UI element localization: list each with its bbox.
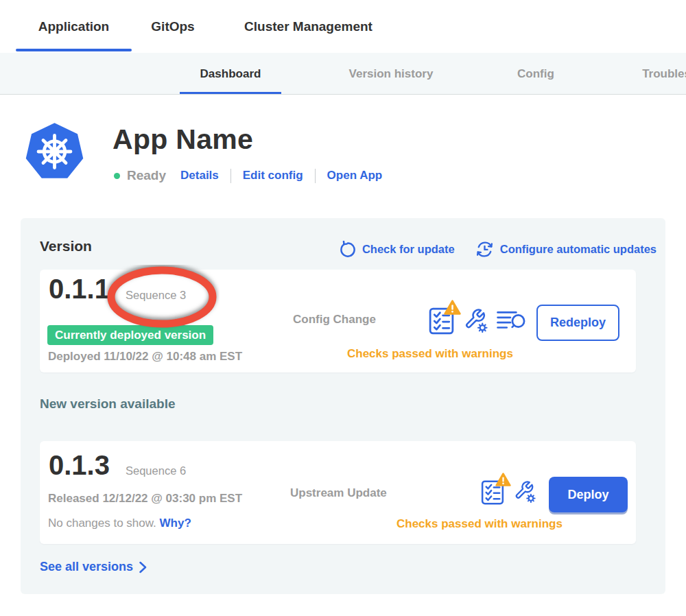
currently-deployed-badge: Currently deployed version bbox=[47, 325, 213, 345]
checks-status-current: Checks passed with warnings bbox=[347, 347, 513, 361]
change-type-label: Config Change bbox=[293, 313, 376, 327]
why-link[interactable]: Why? bbox=[160, 517, 191, 530]
new-version-heading: New version available bbox=[40, 396, 176, 412]
released-timestamp: Released 12/12/22 @ 03:30 pm EST bbox=[48, 492, 242, 506]
edit-config-link[interactable]: Edit config bbox=[243, 169, 303, 182]
current-version-sequence: Sequence 3 bbox=[126, 289, 186, 302]
new-version-card: 0.1.3 Sequence 6 Released 12/12/22 @ 03:… bbox=[40, 441, 636, 544]
schedule-update-icon bbox=[475, 240, 494, 259]
tab-troubleshoot[interactable]: Troubleshoot bbox=[617, 53, 686, 95]
top-nav: Application GitOps Cluster Management bbox=[0, 0, 686, 53]
divider bbox=[230, 169, 231, 183]
topnav-item-cluster-management[interactable]: Cluster Management bbox=[217, 0, 400, 53]
page-title: App Name bbox=[113, 123, 253, 156]
see-all-versions-label: See all versions bbox=[40, 560, 133, 574]
admin-console-page: Application GitOps Cluster Management Da… bbox=[0, 0, 686, 616]
topnav-item-application[interactable]: Application bbox=[16, 0, 132, 53]
details-link[interactable]: Details bbox=[180, 169, 219, 182]
update-actions: Check for update Configure automatic upd… bbox=[338, 240, 657, 259]
checks-status-new: Checks passed with warnings bbox=[397, 517, 563, 531]
version-panel: Version Check for update bbox=[21, 218, 665, 594]
topnav-item-gitops[interactable]: GitOps bbox=[130, 0, 215, 53]
warning-triangle-icon bbox=[444, 300, 461, 318]
chevron-right-icon bbox=[139, 561, 147, 573]
deploy-button[interactable]: Deploy bbox=[549, 477, 628, 512]
status-text: Ready bbox=[127, 168, 166, 183]
see-all-versions-link[interactable]: See all versions bbox=[40, 560, 147, 574]
warning-triangle-icon bbox=[495, 473, 511, 489]
deployed-timestamp: Deployed 11/10/22 @ 10:48 am EST bbox=[48, 350, 242, 364]
redeploy-button[interactable]: Redeploy bbox=[536, 305, 619, 341]
configure-automatic-updates-link[interactable]: Configure automatic updates bbox=[475, 240, 657, 259]
version-check-icons bbox=[481, 478, 536, 505]
refresh-icon bbox=[338, 241, 356, 259]
view-files-search-icon[interactable] bbox=[497, 309, 525, 331]
status-dot-icon bbox=[114, 173, 120, 179]
preflight-checks-icon[interactable] bbox=[429, 305, 454, 335]
tab-dashboard[interactable]: Dashboard bbox=[180, 53, 281, 95]
current-version-number: 0.1.1 bbox=[49, 274, 110, 305]
check-for-update-link[interactable]: Check for update bbox=[338, 241, 455, 259]
config-wrench-icon[interactable] bbox=[463, 307, 488, 334]
change-type-label: Upstream Update bbox=[290, 486, 387, 500]
new-version-number: 0.1.3 bbox=[49, 450, 110, 481]
no-changes-text: No changes to show. Why? bbox=[48, 517, 191, 530]
configure-automatic-updates-label: Configure automatic updates bbox=[500, 243, 657, 256]
config-wrench-icon[interactable] bbox=[513, 479, 536, 504]
divider bbox=[315, 169, 316, 183]
app-tab-bar: Dashboard Version history Config Trouble… bbox=[0, 53, 686, 95]
open-app-link[interactable]: Open App bbox=[327, 169, 383, 182]
no-changes-label: No changes to show. bbox=[48, 517, 156, 530]
check-for-update-label: Check for update bbox=[362, 243, 455, 256]
app-status-row: Ready Details Edit config Open App bbox=[114, 167, 382, 185]
kubernetes-logo-icon bbox=[25, 121, 84, 182]
version-heading: Version bbox=[40, 238, 92, 254]
version-check-icons bbox=[429, 305, 525, 335]
tab-version-history[interactable]: Version history bbox=[325, 53, 457, 95]
current-version-card: 0.1.1 Sequence 3 Currently deployed vers… bbox=[40, 270, 636, 372]
tab-config[interactable]: Config bbox=[499, 53, 572, 95]
new-version-sequence: Sequence 6 bbox=[126, 464, 186, 477]
preflight-checks-icon[interactable] bbox=[481, 478, 504, 505]
